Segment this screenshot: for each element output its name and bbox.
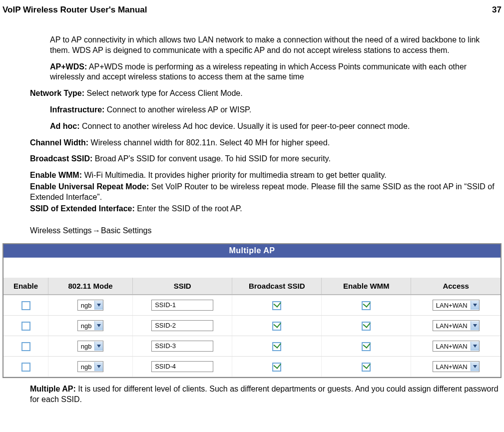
arrow-icon: → — [94, 227, 99, 236]
col-broadcast: Broadcast SSID — [232, 278, 322, 295]
broadcast-checkbox[interactable] — [272, 363, 281, 372]
svg-marker-5 — [473, 345, 477, 348]
wmm-checkbox[interactable] — [362, 301, 371, 310]
paragraph-enable-wmm: Enable WMM: Wi-Fi Multimedia. It provide… — [30, 170, 502, 181]
access-value: LAN+WAN — [433, 363, 471, 371]
access-select[interactable]: LAN+WAN — [433, 341, 480, 352]
wmm-checkbox[interactable] — [362, 363, 371, 372]
paragraph-ap-to-ap: AP to AP connectivity in which allows tw… — [30, 35, 502, 56]
paragraph-universal-repeat: Enable Universal Repeat Mode: Set VoIP R… — [30, 182, 502, 203]
network-type-text: Select network type for Access Client Mo… — [84, 89, 243, 97]
svg-marker-6 — [97, 365, 101, 368]
ssid-extended-label: SSID of Extended Interface: — [30, 204, 135, 213]
paragraph-network-type: Network Type: Select network type for Ac… — [30, 88, 502, 99]
chevron-down-icon — [471, 321, 479, 330]
mode-value: ngb — [78, 363, 95, 371]
paragraph-channel-width: Channel Width: Wireless channel width fo… — [30, 138, 502, 148]
breadcrumb: Wireless Settings → Basic Settings — [30, 226, 502, 236]
mode-value: ngb — [78, 343, 95, 350]
enable-checkbox[interactable] — [21, 322, 30, 331]
channel-width-text: Wireless channel width for 802.11n. Sele… — [88, 138, 330, 147]
chevron-down-icon — [94, 321, 103, 330]
access-value: LAN+WAN — [433, 343, 471, 350]
ssid-input[interactable]: SSID-2 — [151, 320, 213, 331]
wmm-checkbox[interactable] — [362, 322, 371, 331]
mode-select[interactable]: ngb — [77, 320, 104, 331]
table-header-row: Enable 802.11 Mode SSID Broadcast SSID E… — [3, 278, 501, 295]
enable-wmm-text: Wi-Fi Multimedia. It provides higher pri… — [82, 171, 387, 179]
mode-value: ngb — [78, 322, 95, 330]
enable-checkbox[interactable] — [21, 301, 30, 310]
infrastructure-label: Infrastructure: — [50, 105, 104, 114]
paragraph-broadcast-ssid: Broadcast SSID: Broad AP's SSID for conv… — [30, 154, 502, 164]
chevron-down-icon — [94, 342, 103, 351]
multiple-ap-table: Enable 802.11 Mode SSID Broadcast SSID E… — [3, 258, 501, 377]
adhoc-text: Connect to another wireless Ad hoc devic… — [80, 122, 410, 130]
panel-title: Multiple AP — [3, 244, 501, 258]
col-ssid: SSID — [133, 278, 232, 295]
svg-marker-2 — [97, 324, 101, 327]
paragraph-multiple-ap: Multiple AP: It is used for different le… — [30, 384, 502, 405]
ssid-input[interactable]: SSID-1 — [151, 300, 213, 311]
access-value: LAN+WAN — [433, 302, 471, 309]
mode-value: ngb — [78, 302, 95, 309]
broadcast-ssid-label: Broadcast SSID: — [30, 154, 92, 163]
svg-marker-0 — [97, 304, 101, 307]
access-select[interactable]: LAN+WAN — [433, 361, 480, 372]
mode-select[interactable]: ngb — [77, 361, 104, 372]
table-row: ngb SSID-3 LAN+WAN — [3, 336, 501, 357]
broadcast-checkbox[interactable] — [272, 301, 281, 310]
table-row: ngb SSID-4 LAN+WAN — [3, 357, 501, 377]
enable-checkbox[interactable] — [21, 363, 30, 372]
paragraph-infrastructure: Infrastructure: Connect to another wirel… — [30, 105, 502, 115]
svg-marker-7 — [473, 365, 477, 368]
enable-wmm-label: Enable WMM: — [30, 171, 82, 179]
breadcrumb-part-a: Wireless Settings — [30, 226, 94, 235]
infrastructure-text: Connect to another wireless AP or WISP. — [104, 105, 251, 114]
broadcast-ssid-text: Broad AP's SSID for convent usage. To hi… — [92, 154, 330, 163]
col-enable: Enable — [3, 278, 48, 295]
chevron-down-icon — [471, 362, 479, 371]
manual-title: VoIP Wireless Router User's Manual — [2, 5, 147, 15]
multiple-ap-text: It is used for different level of client… — [30, 385, 499, 404]
multiple-ap-panel: Multiple AP Enable 802.11 Mode SSID Broa… — [2, 243, 502, 378]
ap-wds-label: AP+WDS: — [50, 62, 87, 71]
table-row: ngb SSID-1 LAN+WAN — [3, 295, 501, 316]
page-number: 37 — [492, 5, 502, 15]
mode-select[interactable]: ngb — [77, 300, 104, 311]
universal-repeat-label: Enable Universal Repeat Mode: — [30, 182, 149, 191]
paragraph-ssid-extended: SSID of Extended Interface: Enter the SS… — [30, 204, 502, 214]
access-select[interactable]: LAN+WAN — [433, 300, 480, 311]
chevron-down-icon — [94, 362, 103, 371]
adhoc-label: Ad hoc: — [50, 122, 80, 130]
multiple-ap-label: Multiple AP: — [30, 385, 76, 393]
chevron-down-icon — [471, 342, 479, 351]
col-access: Access — [411, 278, 501, 295]
access-select[interactable]: LAN+WAN — [433, 320, 480, 331]
svg-marker-4 — [97, 345, 101, 348]
col-wmm: Enable WMM — [322, 278, 411, 295]
network-type-label: Network Type: — [30, 89, 84, 97]
ssid-input[interactable]: SSID-4 — [151, 361, 213, 372]
ssid-input[interactable]: SSID-3 — [151, 341, 213, 352]
mode-select[interactable]: ngb — [77, 341, 104, 352]
svg-marker-1 — [473, 304, 477, 307]
chevron-down-icon — [94, 301, 103, 310]
chevron-down-icon — [471, 301, 479, 310]
enable-checkbox[interactable] — [21, 342, 30, 351]
broadcast-checkbox[interactable] — [272, 322, 281, 331]
broadcast-checkbox[interactable] — [272, 342, 281, 351]
ap-wds-text: AP+WDS mode is performing as a wireless … — [50, 62, 467, 81]
breadcrumb-part-b: Basic Settings — [101, 226, 151, 235]
access-value: LAN+WAN — [433, 322, 471, 330]
page-header: VoIP Wireless Router User's Manual 37 — [2, 5, 502, 15]
channel-width-label: Channel Width: — [30, 138, 88, 147]
table-row: ngb SSID-2 LAN+WAN — [3, 316, 501, 336]
paragraph-adhoc: Ad hoc: Connect to another wireless Ad h… — [30, 121, 502, 132]
paragraph-ap-wds: AP+WDS: AP+WDS mode is performing as a w… — [30, 62, 502, 83]
svg-marker-3 — [473, 324, 477, 327]
ssid-extended-text: Enter the SSID of the root AP. — [135, 204, 242, 213]
col-mode: 802.11 Mode — [48, 278, 133, 295]
wmm-checkbox[interactable] — [362, 342, 371, 351]
